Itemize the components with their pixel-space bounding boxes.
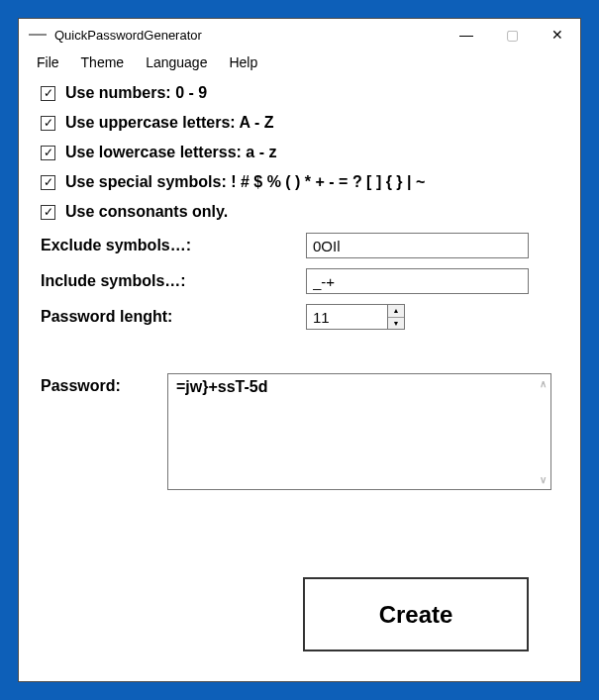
minimize-button[interactable]: — — [444, 19, 489, 50]
maximize-button[interactable]: ▢ — [489, 19, 535, 50]
length-label: Password lenght: — [41, 308, 306, 326]
spinner-buttons: ▲ ▼ — [387, 304, 405, 330]
close-button[interactable]: ✕ — [535, 19, 580, 50]
checkbox-special[interactable]: ✓ — [41, 175, 55, 190]
length-input[interactable] — [306, 304, 387, 330]
exclude-label: Exclude symbols…: — [41, 237, 306, 254]
option-consonants: ✓ Use consonants only. — [41, 203, 558, 221]
include-label: Include symbols…: — [41, 272, 306, 290]
application-window: QuickPasswordGenerator — ▢ ✕ File Theme … — [18, 18, 581, 682]
spinner-down-button[interactable]: ▼ — [388, 318, 404, 330]
label-lowercase: Use lowercase letterss: a - z — [65, 144, 276, 161]
menu-theme[interactable]: Theme — [81, 54, 125, 70]
app-icon — [29, 34, 47, 36]
exclude-row: Exclude symbols…: — [41, 233, 558, 258]
content-area: ✓ Use numbers: 0 - 9 ✓ Use uppercase let… — [19, 80, 580, 490]
length-spinner: ▲ ▼ — [306, 304, 405, 330]
password-row: Password: =jw}+ssT-5d ∧ ∨ — [41, 373, 558, 490]
menu-help[interactable]: Help — [229, 54, 257, 70]
checkbox-lowercase[interactable]: ✓ — [41, 146, 55, 160]
include-input[interactable] — [306, 268, 529, 294]
password-output[interactable]: =jw}+ssT-5d ∧ ∨ — [167, 373, 551, 490]
option-uppercase: ✓ Use uppercase letters: A - Z — [41, 114, 558, 132]
label-consonants: Use consonants only. — [65, 203, 228, 221]
option-special: ✓ Use special symbols: ! # $ % ( ) * + -… — [41, 173, 558, 191]
checkbox-consonants[interactable]: ✓ — [41, 205, 55, 220]
window-title: QuickPasswordGenerator — [54, 28, 444, 43]
checkbox-numbers[interactable]: ✓ — [41, 86, 55, 101]
checkbox-uppercase[interactable]: ✓ — [41, 116, 55, 131]
menubar: File Theme Language Help — [19, 50, 580, 80]
menu-language[interactable]: Language — [146, 54, 207, 70]
label-special: Use special symbols: ! # $ % ( ) * + - =… — [65, 173, 425, 191]
scroll-down-icon: ∨ — [540, 474, 547, 485]
menu-file[interactable]: File — [37, 54, 59, 70]
scroll-up-icon: ∧ — [540, 378, 547, 389]
option-numbers: ✓ Use numbers: 0 - 9 — [41, 84, 558, 102]
length-row: Password lenght: ▲ ▼ — [41, 304, 558, 330]
password-label: Password: — [41, 373, 167, 395]
label-numbers: Use numbers: 0 - 9 — [65, 84, 207, 102]
spinner-up-button[interactable]: ▲ — [388, 305, 404, 318]
titlebar[interactable]: QuickPasswordGenerator — ▢ ✕ — [19, 19, 580, 50]
label-uppercase: Use uppercase letters: A - Z — [65, 114, 273, 132]
include-row: Include symbols…: — [41, 268, 558, 294]
option-lowercase: ✓ Use lowercase letterss: a - z — [41, 144, 558, 161]
create-button[interactable]: Create — [303, 577, 529, 651]
password-value: =jw}+ssT-5d — [176, 378, 268, 395]
exclude-input[interactable] — [306, 233, 529, 258]
